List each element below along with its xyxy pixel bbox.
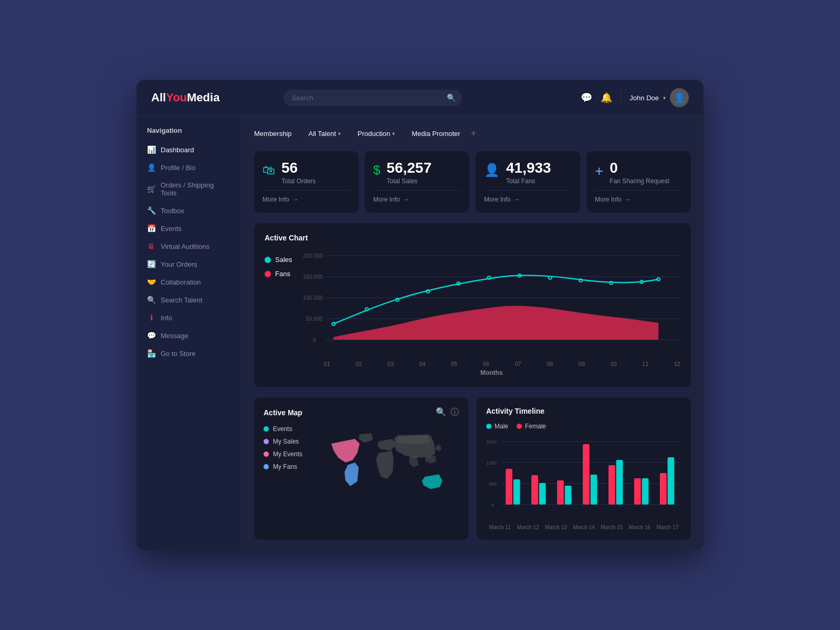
sidebar-item-label: Collaboration bbox=[161, 278, 201, 286]
sidebar-item-label: Toolbox bbox=[161, 207, 184, 215]
sidebar-item-your-orders[interactable]: 🔄 Your Orders bbox=[136, 255, 241, 273]
map-legend: Events My Sales My Events bbox=[264, 425, 311, 511]
app-container: AllYouMedia 🔍 💬 🔔 John Doe ▾ 👤 Navigatio… bbox=[136, 80, 704, 550]
sidebar-item-label: Dashboard bbox=[161, 146, 194, 154]
tab-production[interactable]: Production ▾ bbox=[349, 127, 403, 141]
sales-legend-dot bbox=[265, 257, 271, 263]
stat-label: Total Orders bbox=[281, 177, 316, 185]
svg-point-18 bbox=[579, 279, 582, 282]
chart-area: 200.000 150.000 100.000 50.000 0 bbox=[303, 250, 680, 376]
bar-chart-svg: 2000 1000 500 0 bbox=[486, 436, 681, 520]
sidebar-item-virtual-auditions[interactable]: 🖥 Virtual Auditions bbox=[136, 237, 241, 255]
search-input[interactable] bbox=[284, 90, 462, 106]
sidebar-item-label: Virtual Auditions bbox=[161, 243, 209, 250]
virtual-auditions-icon: 🖥 bbox=[147, 242, 155, 250]
sidebar-item-label: Your Orders bbox=[161, 260, 197, 268]
notification-icon[interactable]: 🔔 bbox=[601, 92, 612, 103]
world-map-svg bbox=[317, 425, 459, 509]
chevron-down-icon: ▾ bbox=[338, 131, 341, 136]
dollar-icon: $ bbox=[373, 163, 380, 177]
logo: AllYouMedia bbox=[151, 91, 219, 104]
stat-card-total-orders: 🛍 56 Total Orders More Info → bbox=[254, 151, 359, 213]
arrow-right-icon: → bbox=[292, 196, 299, 203]
svg-text:2000: 2000 bbox=[486, 439, 497, 445]
info-icon: ℹ bbox=[147, 313, 155, 322]
bar-x-labels: March 11 March 12 March 13 March 14 Marc… bbox=[486, 522, 681, 530]
bar-legend: Male Female bbox=[486, 423, 681, 430]
arrow-right-icon: → bbox=[403, 196, 410, 203]
add-tab-button[interactable]: + bbox=[471, 128, 477, 139]
header-right: 💬 🔔 John Doe ▾ 👤 bbox=[581, 88, 689, 107]
sidebar-item-dashboard[interactable]: 📊 Dashboard bbox=[136, 141, 241, 159]
stat-top: $ 56,257 Total Sales bbox=[373, 161, 461, 185]
sidebar-item-go-to-store[interactable]: 🏪 Go to Store bbox=[136, 344, 241, 362]
legend-my-sales: My Sales bbox=[264, 438, 311, 445]
svg-text:150.000: 150.000 bbox=[303, 274, 323, 280]
more-info-button[interactable]: More Info → bbox=[373, 190, 461, 203]
sidebar-item-toolbox[interactable]: 🔧 Toolbox bbox=[136, 202, 241, 219]
svg-text:0: 0 bbox=[313, 337, 316, 343]
svg-rect-39 bbox=[616, 460, 623, 505]
svg-rect-41 bbox=[642, 478, 649, 505]
sidebar-item-events[interactable]: 📅 Events bbox=[136, 219, 241, 237]
timeline-title: Activity Timeline bbox=[486, 407, 544, 415]
active-map-section: Active Map 🔍 ⓘ Events bbox=[254, 397, 468, 540]
user-menu[interactable]: John Doe ▾ 👤 bbox=[629, 88, 689, 107]
more-info-button[interactable]: More Info → bbox=[595, 190, 682, 203]
zoom-icon[interactable]: 🔍 bbox=[436, 407, 446, 418]
chart-legend: Sales Fans bbox=[265, 250, 292, 376]
main-layout: Navigation 📊 Dashboard 👤 Profile / Bio 🛒… bbox=[136, 116, 704, 550]
logo-media: Media bbox=[187, 91, 219, 104]
info-circle-icon[interactable]: ⓘ bbox=[450, 407, 459, 418]
sidebar-item-profile-bio[interactable]: 👤 Profile / Bio bbox=[136, 159, 241, 176]
svg-rect-36 bbox=[583, 444, 590, 505]
avatar: 👤 bbox=[670, 88, 689, 107]
chat-icon[interactable]: 💬 bbox=[581, 92, 592, 103]
store-icon: 🏪 bbox=[147, 349, 155, 358]
bar-chart-area: Male Female bbox=[486, 423, 681, 530]
header-divider bbox=[621, 90, 621, 105]
sidebar-item-info[interactable]: ℹ Info bbox=[136, 309, 241, 327]
search-icon: 🔍 bbox=[447, 93, 456, 102]
svg-rect-38 bbox=[608, 465, 615, 505]
stat-label: Total Sales bbox=[386, 177, 432, 185]
sidebar-item-search-talent[interactable]: 🔍 Search Talent bbox=[136, 291, 241, 309]
sidebar-item-message[interactable]: 💬 Message bbox=[136, 327, 241, 344]
message-icon: 💬 bbox=[147, 331, 155, 340]
stat-card-total-sales: $ 56,257 Total Sales More Info → bbox=[365, 151, 469, 213]
sidebar-item-orders-shipping[interactable]: 🛒 Orders / Shipping Tools bbox=[136, 176, 241, 202]
svg-rect-35 bbox=[565, 486, 572, 505]
chart-x-axis-label: Months bbox=[303, 369, 680, 376]
stat-number: 56 bbox=[281, 161, 316, 175]
svg-text:200.000: 200.000 bbox=[303, 253, 323, 259]
svg-text:100.000: 100.000 bbox=[303, 295, 323, 301]
svg-rect-37 bbox=[591, 475, 597, 505]
stat-top: 👤 41,933 Total Fans bbox=[484, 161, 572, 185]
tab-media-promoter[interactable]: Media Promoter bbox=[403, 127, 468, 141]
map-title: Active Map bbox=[264, 408, 302, 417]
collaboration-icon: 🤝 bbox=[147, 278, 155, 286]
arrow-right-icon: → bbox=[514, 196, 520, 203]
stat-label: Total Fans bbox=[506, 177, 551, 185]
female-dot bbox=[517, 424, 522, 429]
sidebar-item-label: Events bbox=[161, 225, 182, 233]
legend-fans: Fans bbox=[265, 270, 292, 278]
profile-icon: 👤 bbox=[147, 163, 155, 172]
map-section-header: Active Map 🔍 ⓘ bbox=[264, 407, 459, 418]
more-info-button[interactable]: More Info → bbox=[484, 190, 572, 203]
legend-events: Events bbox=[264, 425, 311, 433]
stat-number: 0 bbox=[610, 161, 669, 175]
chart-title: Active Chart bbox=[265, 234, 680, 242]
bottom-row: Active Map 🔍 ⓘ Events bbox=[254, 397, 691, 540]
stat-top: 🛍 56 Total Orders bbox=[262, 161, 350, 185]
svg-text:500: 500 bbox=[489, 481, 497, 487]
user-chevron-icon: ▾ bbox=[663, 95, 666, 101]
events-icon: 📅 bbox=[147, 224, 155, 233]
sidebar-item-collaboration[interactable]: 🤝 Collaboration bbox=[136, 273, 241, 291]
stat-top: + 0 Fan Sharing Request bbox=[595, 161, 682, 185]
tab-all-talent[interactable]: All Talent ▾ bbox=[300, 127, 350, 141]
more-info-button[interactable]: More Info → bbox=[262, 190, 350, 203]
chevron-down-icon: ▾ bbox=[392, 131, 395, 136]
header: AllYouMedia 🔍 💬 🔔 John Doe ▾ 👤 bbox=[136, 80, 704, 116]
tab-membership[interactable]: Membership bbox=[254, 127, 300, 141]
